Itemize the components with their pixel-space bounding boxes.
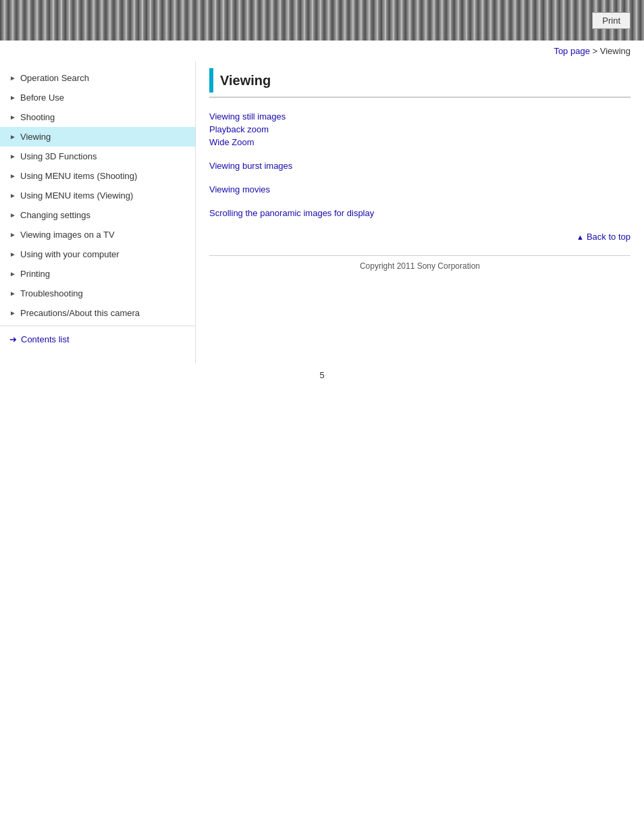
sidebar-item-label: Before Use [20,93,64,103]
viewing-movies-link[interactable]: Viewing movies [209,184,630,194]
sidebar-divider [0,325,195,326]
sidebar-item-label: Troubleshooting [20,288,83,298]
arrow-icon: ► [9,172,16,180]
sidebar-item-using-menu-viewing[interactable]: ► Using MENU items (Viewing) [0,186,195,205]
sidebar-item-label: Viewing [20,132,51,142]
scrolling-panoramic-link[interactable]: Scrolling the panoramic images for displ… [209,208,630,218]
sidebar-item-label: Operation Search [20,73,89,83]
top-page-link[interactable]: Top page [554,46,590,56]
breadcrumb-separator: > [590,46,600,56]
triangle-icon: ▲ [576,233,584,241]
arrow-right-icon: ➔ [9,334,17,344]
page-number: 5 [0,363,644,387]
arrow-icon: ► [9,231,16,238]
sidebar-item-using-with-computer[interactable]: ► Using with your computer [0,244,195,264]
arrow-icon: ► [9,290,16,297]
arrow-icon: ► [9,309,16,317]
page-title-accent [209,68,213,93]
back-to-top-label: Back to top [587,232,630,242]
sidebar-item-troubleshooting[interactable]: ► Troubleshooting [0,284,195,303]
wide-zoom-link[interactable]: Wide Zoom [209,137,630,147]
arrow-icon: ► [9,153,16,160]
sidebar-item-changing-settings[interactable]: ► Changing settings [0,205,195,225]
arrow-icon: ► [9,270,16,278]
page-title-bar: Viewing [209,68,630,98]
print-button[interactable]: Print [592,12,630,29]
sidebar-item-label: Viewing images on a TV [20,230,115,240]
sidebar-item-label: Printing [20,269,50,279]
viewing-burst-images-link[interactable]: Viewing burst images [209,161,630,171]
copyright-text: Copyright 2011 Sony Corporation [360,261,480,271]
sidebar-item-label: Shooting [20,112,55,122]
sidebar-item-label: Changing settings [20,210,90,220]
still-images-section: Viewing still images Playback zoom Wide … [209,111,630,147]
sidebar-item-using-3d-functions[interactable]: ► Using 3D Functions [0,147,195,166]
viewing-still-images-link[interactable]: Viewing still images [209,111,630,122]
sidebar-item-printing[interactable]: ► Printing [0,264,195,284]
arrow-icon: ► [9,94,16,101]
movies-section: Viewing movies [209,184,630,194]
header-stripe: Print [0,0,644,41]
sidebar-item-label: Using MENU items (Shooting) [20,171,137,181]
arrow-icon: ► [9,192,16,199]
main-layout: ► Operation Search ► Before Use ► Shooti… [0,61,644,363]
sidebar-item-before-use[interactable]: ► Before Use [0,88,195,107]
back-to-top-link[interactable]: ▲ Back to top [209,232,630,242]
sidebar-item-label: Precautions/About this camera [20,308,140,318]
breadcrumb-current: Viewing [600,46,630,56]
arrow-icon: ► [9,113,16,121]
arrow-icon: ► [9,74,16,82]
sidebar-item-shooting[interactable]: ► Shooting [0,107,195,127]
sidebar-item-viewing-images-tv[interactable]: ► Viewing images on a TV [0,225,195,244]
arrow-icon: ► [9,211,16,219]
playback-zoom-link[interactable]: Playback zoom [209,124,630,134]
arrow-icon: ► [9,133,16,140]
sidebar-item-precautions[interactable]: ► Precautions/About this camera [0,303,195,323]
sidebar-item-using-menu-shooting[interactable]: ► Using MENU items (Shooting) [0,166,195,186]
content-area: Viewing Viewing still images Playback zo… [196,61,644,290]
sidebar: ► Operation Search ► Before Use ► Shooti… [0,61,196,363]
sidebar-item-label: Using with your computer [20,249,119,259]
panoramic-section: Scrolling the panoramic images for displ… [209,208,630,218]
breadcrumb: Top page > Viewing [0,41,644,61]
arrow-icon: ► [9,251,16,258]
burst-images-section: Viewing burst images [209,161,630,171]
contents-list-link[interactable]: ➔ Contents list [0,329,195,350]
sidebar-item-viewing[interactable]: ► Viewing [0,127,195,147]
copyright-bar: Copyright 2011 Sony Corporation [209,255,630,276]
contents-list-label: Contents list [21,334,70,344]
sidebar-item-label: Using 3D Functions [20,151,97,161]
page-title: Viewing [220,73,271,88]
sidebar-item-operation-search[interactable]: ► Operation Search [0,68,195,88]
sidebar-item-label: Using MENU items (Viewing) [20,190,133,201]
